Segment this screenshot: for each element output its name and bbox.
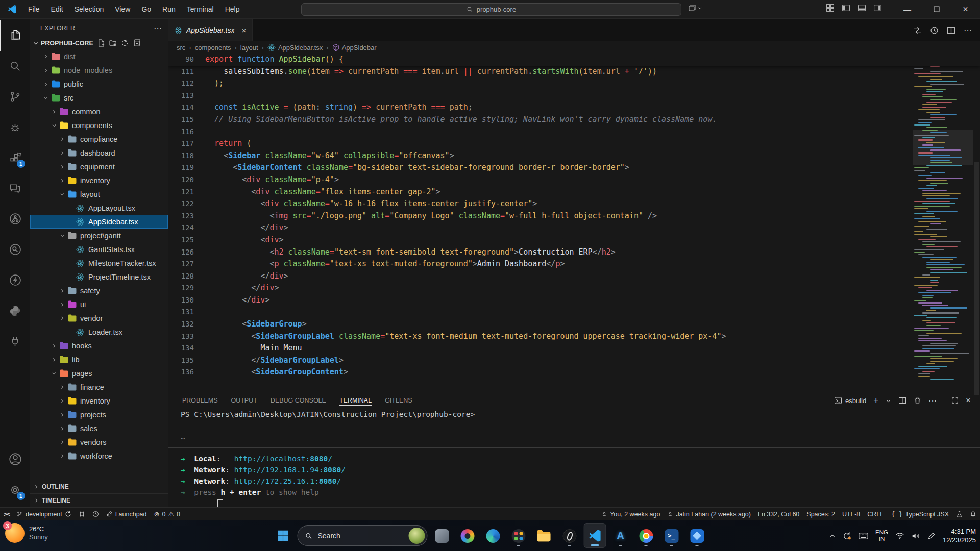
terminal[interactable]: PS C:\Users\admin\Desktop\JATIN\Construc… [168, 406, 980, 509]
problems[interactable]: ⊗0⚠0 [151, 508, 184, 520]
language-mode[interactable]: { }TypeScript JSX [888, 508, 952, 520]
maximize-button[interactable] [922, 0, 951, 18]
terminal-dropdown-icon[interactable] [886, 398, 891, 404]
tree-item-dist[interactable]: dist [30, 49, 168, 63]
thunder-client-icon[interactable] [0, 265, 30, 295]
breadcrumb-components[interactable]: components [195, 44, 231, 52]
tree-item-milestonetracker-tsx[interactable]: MilestoneTracker.tsx [30, 256, 168, 270]
history-icon[interactable] [930, 26, 939, 35]
app-widgets-icon[interactable] [431, 523, 453, 548]
app-color-wheel-icon[interactable] [456, 523, 479, 548]
toggle-sidebar-icon[interactable] [842, 4, 850, 12]
remote-indicator[interactable]: >< [0, 508, 13, 520]
cursor-position[interactable]: Ln 332, Col 60 [754, 508, 803, 520]
kill-terminal-icon[interactable] [914, 397, 921, 405]
collapse-all-icon[interactable] [133, 39, 140, 47]
tree-item-common[interactable]: common [30, 105, 168, 118]
tree-item-dashboard[interactable]: dashboard [30, 146, 168, 160]
app-photos-icon[interactable] [686, 523, 708, 548]
indentation[interactable]: Spaces: 2 [803, 508, 839, 520]
tree-item-compliance[interactable]: compliance [30, 132, 168, 146]
app-powershell-icon[interactable]: >_ [660, 523, 683, 548]
more-actions-icon[interactable]: ⋯ [964, 26, 972, 35]
command-center-search[interactable]: prophub-core [301, 3, 681, 16]
scrollbar[interactable] [973, 54, 980, 395]
git-branch[interactable]: development [13, 508, 75, 520]
tree-item-hooks[interactable]: hooks [30, 339, 168, 353]
panel-tab-output[interactable]: OUTPUT [231, 395, 257, 406]
tree-item-src[interactable]: src [30, 91, 168, 105]
code-editor[interactable]: 90export function AppSidebar() {111 sale… [168, 54, 980, 395]
app-vscode-icon[interactable] [584, 523, 606, 548]
breadcrumb-src[interactable]: src [177, 44, 185, 52]
tree-item-vendors[interactable]: vendors [30, 435, 168, 449]
start-button[interactable] [272, 523, 295, 548]
terminal-instance[interactable]: esbuild [834, 396, 866, 405]
new-file-icon[interactable] [97, 39, 105, 47]
wifi-icon[interactable] [895, 532, 904, 539]
tree-item-projecttimeline-tsx[interactable]: ProjectTimeline.tsx [30, 270, 168, 284]
tab-close-icon[interactable]: × [241, 26, 246, 35]
section-outline[interactable]: OUTLINE [30, 480, 168, 493]
sync-tray-icon[interactable] [843, 532, 851, 540]
python-icon[interactable] [0, 295, 30, 326]
volume-icon[interactable] [912, 532, 920, 540]
panel-tab-debug-console[interactable]: DEBUG CONSOLE [271, 395, 326, 406]
clock[interactable]: 4:31 PM12/23/2025 [943, 527, 976, 544]
menu-view[interactable]: View [109, 0, 136, 18]
extension-status[interactable] [952, 508, 966, 520]
eol[interactable]: CRLF [864, 508, 888, 520]
panel-tab-problems[interactable]: PROBLEMS [182, 395, 217, 406]
tab-appsidebar[interactable]: AppSidebar.tsx × [168, 19, 253, 41]
workspace-section-header[interactable]: PROPHUB-CORE [30, 37, 168, 49]
app-edge-icon[interactable] [482, 523, 504, 548]
tree-item-finance[interactable]: finance [30, 380, 168, 394]
tree-item-safety[interactable]: safety [30, 284, 168, 297]
app-file-explorer-icon[interactable] [533, 523, 555, 548]
extensions-icon[interactable]: 1 [0, 142, 30, 173]
tray-chevron-up-icon[interactable] [829, 533, 836, 539]
menu-selection[interactable]: Selection [69, 0, 110, 18]
tree-item-inventory[interactable]: inventory [30, 394, 168, 408]
notifications[interactable] [966, 508, 980, 520]
remote-graph-icon[interactable] [0, 204, 30, 234]
encoding[interactable]: UTF-8 [839, 508, 864, 520]
menu-terminal[interactable]: Terminal [181, 0, 219, 18]
minimize-button[interactable]: — [893, 0, 922, 18]
split-editor-icon[interactable] [947, 26, 955, 35]
panel-more-actions-icon[interactable]: ⋯ [928, 396, 937, 406]
taskbar-search[interactable]: Search [298, 525, 428, 546]
chat-icon[interactable] [0, 173, 30, 204]
breadcrumb-layout[interactable]: layout [240, 44, 258, 52]
gitlens[interactable] [89, 508, 103, 520]
minimap[interactable] [913, 54, 973, 380]
app-a-icon[interactable]: A [609, 523, 632, 548]
tree-item-public[interactable]: public [30, 77, 168, 91]
tree-item-project-gantt[interactable]: project\gantt [30, 229, 168, 242]
blame-annotation[interactable]: Jatin Lahari (2 weeks ago) [664, 508, 754, 520]
tree-item-pages[interactable]: pages [30, 366, 168, 380]
search-icon[interactable] [0, 51, 30, 81]
breadcrumb-appsidebar-tsx[interactable]: AppSidebar.tsx [267, 43, 323, 52]
toggle-secondary-sidebar-icon[interactable] [873, 4, 882, 12]
menu-run[interactable]: Run [157, 0, 181, 18]
compare-changes-icon[interactable] [913, 26, 922, 35]
refresh-icon[interactable] [121, 39, 129, 47]
run-and-debug-icon[interactable] [0, 112, 30, 142]
tree-item-lib[interactable]: lib [30, 353, 168, 366]
settings-icon[interactable]: 1 [0, 474, 30, 505]
explorer-more-actions-icon[interactable]: ⋯ [154, 23, 162, 33]
weather-widget[interactable]: 3 26°CSunny [5, 523, 48, 543]
keyboard-icon[interactable] [859, 532, 868, 540]
tree-item-appsidebar-tsx[interactable]: AppSidebar.tsx [30, 215, 168, 229]
accounts-icon[interactable] [0, 444, 30, 474]
maximize-panel-icon[interactable] [951, 397, 959, 404]
tree-item-layout[interactable]: layout [30, 187, 168, 201]
tree-item-components[interactable]: components [30, 118, 168, 132]
menu-edit[interactable]: Edit [45, 0, 69, 18]
split-terminal-icon[interactable] [898, 396, 906, 405]
tree-item-loader-tsx[interactable]: Loader.tsx [30, 325, 168, 339]
menu-help[interactable]: Help [219, 0, 246, 18]
compare-changes[interactable] [75, 508, 89, 520]
pen-icon[interactable] [927, 532, 936, 540]
